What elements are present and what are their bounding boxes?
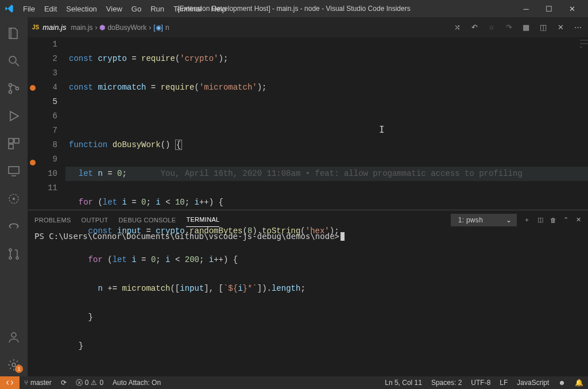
remote-explorer-icon[interactable] xyxy=(0,160,28,183)
nav-back-icon[interactable]: ↶ xyxy=(469,23,480,32)
breakpoint-icon[interactable] xyxy=(30,160,36,165)
svg-point-3 xyxy=(9,91,12,94)
search-icon[interactable] xyxy=(0,49,28,72)
breadcrumb-file[interactable]: main.js xyxy=(71,24,92,32)
editor-tab-bar: JS main.js main.js › ⬢ doBusyWork › [◉] … xyxy=(28,17,588,37)
window-title: [Extension Development Host] - main.js -… xyxy=(177,5,410,13)
minimize-button[interactable]: ─ xyxy=(514,0,537,17)
menu-run[interactable]: Run xyxy=(146,2,169,16)
nav-forward-icon[interactable]: ↷ xyxy=(503,23,514,32)
title-bar: File Edit Selection View Go Run Terminal… xyxy=(0,0,588,17)
menu-go[interactable]: Go xyxy=(127,2,146,16)
vscode-logo-icon xyxy=(5,4,14,13)
svg-point-16 xyxy=(12,363,16,367)
explorer-icon[interactable] xyxy=(0,22,28,45)
breakpoint-icon[interactable] xyxy=(30,85,36,91)
svg-line-1 xyxy=(16,63,19,66)
breadcrumb[interactable]: main.js › ⬢ doBusyWork › [◉] n xyxy=(71,24,169,32)
menu-view[interactable]: View xyxy=(102,2,127,16)
settings-gear-icon[interactable]: 1 xyxy=(0,353,28,376)
breadcrumb-var[interactable]: n xyxy=(165,24,169,32)
svg-rect-7 xyxy=(9,144,13,149)
svg-rect-6 xyxy=(14,138,19,143)
run-debug-icon[interactable] xyxy=(0,105,28,128)
chevron-right-icon: › xyxy=(95,24,97,32)
compare-icon[interactable]: ⤭ xyxy=(451,23,463,32)
editor-actions: ⤭ ↶ ○ ↷ ▦ ◫ ✕ ⋯ xyxy=(451,23,583,32)
status-branch[interactable]: ⑂master xyxy=(20,379,56,387)
breakpoint-gutter[interactable] xyxy=(28,37,38,210)
remote-indicator[interactable] xyxy=(0,376,20,389)
svg-rect-8 xyxy=(9,167,19,174)
svg-point-2 xyxy=(9,84,12,87)
extensions-icon[interactable] xyxy=(0,132,28,155)
svg-point-14 xyxy=(16,257,18,259)
close-editor-icon[interactable]: ✕ xyxy=(555,23,566,32)
js-file-icon: JS xyxy=(32,24,39,30)
code-content[interactable]: const crypto = require('crypto'); const … xyxy=(65,37,588,210)
chevron-right-icon: › xyxy=(149,24,151,32)
code-editor[interactable]: 1234567891011 const crypto = require('cr… xyxy=(28,37,588,210)
nav-up-icon[interactable]: ○ xyxy=(486,23,497,32)
tab-filename[interactable]: main.js xyxy=(42,23,66,32)
svg-rect-5 xyxy=(9,138,13,143)
activity-bar: 1 xyxy=(0,17,28,376)
svg-point-11 xyxy=(13,198,15,200)
target-icon[interactable] xyxy=(0,187,28,210)
menu-edit[interactable]: Edit xyxy=(40,2,61,16)
svg-point-13 xyxy=(9,257,11,259)
share-icon[interactable] xyxy=(0,215,28,238)
file-icon[interactable]: ▦ xyxy=(520,23,532,32)
branch-icon: ⑂ xyxy=(24,379,28,387)
accounts-icon[interactable] xyxy=(0,326,28,349)
source-control-icon[interactable] xyxy=(0,77,28,100)
more-icon[interactable]: ⋯ xyxy=(572,23,583,32)
close-button[interactable]: ✕ xyxy=(560,0,583,17)
text-cursor-icon: 𝙸 xyxy=(379,124,385,138)
svg-point-15 xyxy=(11,333,16,337)
svg-point-12 xyxy=(9,249,11,251)
minimap[interactable] xyxy=(580,37,588,124)
git-blame-annotation: You, April 16th, 2020 11:08am • feat: al… xyxy=(161,169,523,178)
line-numbers: 1234567891011 xyxy=(42,37,65,210)
menu-selection[interactable]: Selection xyxy=(61,2,101,16)
svg-point-0 xyxy=(9,56,16,63)
pull-request-icon[interactable] xyxy=(0,242,28,265)
breadcrumb-func[interactable]: doBusyWork xyxy=(107,24,146,32)
maximize-button[interactable]: ☐ xyxy=(537,0,560,17)
svg-point-4 xyxy=(16,87,19,90)
split-editor-icon[interactable]: ◫ xyxy=(537,23,549,32)
settings-badge: 1 xyxy=(15,365,23,373)
menu-file[interactable]: File xyxy=(18,2,40,16)
